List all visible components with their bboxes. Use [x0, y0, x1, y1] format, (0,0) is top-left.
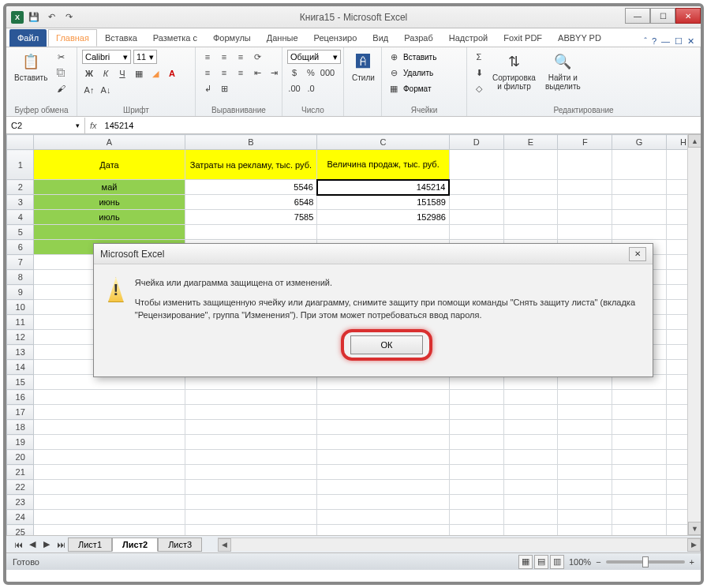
name-box[interactable]: C2▾ — [6, 118, 85, 133]
wrap-text-icon[interactable]: ↲ — [200, 81, 215, 96]
scroll-right-icon[interactable]: ▶ — [687, 538, 701, 552]
dec-decimal-icon[interactable]: .0 — [304, 81, 318, 96]
row-header[interactable]: 16 — [7, 390, 34, 405]
row-header[interactable]: 17 — [7, 405, 34, 420]
row-header[interactable]: 24 — [7, 510, 34, 525]
row-header[interactable]: 11 — [7, 315, 34, 330]
tab-nav-prev-icon[interactable]: ◀ — [25, 537, 39, 552]
zoom-out-icon[interactable]: − — [596, 557, 600, 567]
tab-layout[interactable]: Разметка с — [145, 29, 205, 47]
row-header[interactable]: 7 — [7, 255, 34, 270]
align-center-icon[interactable]: ≡ — [217, 66, 231, 80]
tab-abbyy[interactable]: ABBYY PD — [550, 29, 609, 47]
font-name[interactable]: Calibri▾ — [82, 50, 131, 64]
number-format[interactable]: Общий▾ — [287, 50, 341, 64]
row-header[interactable]: 6 — [7, 240, 34, 255]
indent-inc-icon[interactable]: ⇥ — [267, 66, 281, 80]
sheet-tab[interactable]: Лист1 — [68, 537, 112, 552]
tab-foxit[interactable]: Foxit PDF — [496, 29, 550, 47]
italic-icon[interactable]: К — [99, 66, 113, 81]
autosum-icon[interactable]: Σ — [472, 50, 486, 64]
cells-format[interactable]: ▦Формат — [387, 81, 436, 96]
row-header[interactable]: 8 — [7, 270, 34, 285]
cut-icon[interactable]: ✂ — [54, 50, 68, 64]
row-header[interactable]: 15 — [7, 375, 34, 390]
col-header[interactable]: C — [317, 135, 450, 150]
align-left-icon[interactable]: ≡ — [200, 66, 215, 80]
bold-icon[interactable]: Ж — [82, 66, 96, 81]
row-header[interactable]: 23 — [7, 495, 34, 510]
scroll-left-icon[interactable]: ◀ — [218, 538, 231, 552]
select-all-corner[interactable] — [7, 135, 34, 150]
row-header[interactable]: 22 — [7, 480, 34, 495]
align-bot-icon[interactable]: ≡ — [234, 50, 248, 64]
cells-delete[interactable]: ⊖Удалить — [387, 66, 436, 80]
row-header[interactable]: 21 — [7, 465, 34, 480]
row-header[interactable]: 12 — [7, 330, 34, 345]
grow-font-icon[interactable]: A↑ — [82, 83, 96, 97]
ok-button[interactable]: ОК — [350, 335, 423, 354]
cell[interactable]: 7585 — [185, 210, 317, 225]
align-right-icon[interactable]: ≡ — [234, 66, 248, 80]
fx-icon[interactable]: fx — [85, 121, 102, 130]
cell[interactable]: Затраты на рекламу, тыс. руб. — [185, 150, 317, 180]
row-header[interactable]: 1 — [7, 150, 34, 180]
font-color-icon[interactable]: A — [165, 66, 179, 81]
doc-min-icon[interactable]: — — [661, 36, 670, 47]
fill-color-icon[interactable]: ◢ — [148, 66, 163, 81]
inc-decimal-icon[interactable]: .00 — [287, 81, 301, 96]
format-painter-icon[interactable]: 🖌 — [54, 81, 68, 96]
row-header[interactable]: 25 — [7, 525, 34, 536]
cell[interactable]: 5546 — [185, 180, 317, 195]
row-header[interactable]: 9 — [7, 285, 34, 300]
tab-insert[interactable]: Вставка — [97, 29, 145, 47]
help-icon[interactable]: ? — [652, 36, 656, 47]
row-header[interactable]: 10 — [7, 300, 34, 315]
col-header[interactable]: B — [185, 135, 317, 150]
orientation-icon[interactable]: ⟳ — [250, 50, 264, 64]
align-top-icon[interactable]: ≡ — [200, 50, 215, 64]
dialog-close-button[interactable]: ✕ — [629, 247, 646, 261]
row-header[interactable]: 5 — [7, 225, 34, 240]
col-header[interactable]: F — [558, 135, 612, 150]
currency-icon[interactable]: $ — [287, 66, 301, 80]
sort-filter-button[interactable]: ⇅Сортировка и фильтр — [489, 50, 539, 92]
tab-review[interactable]: Рецензиро — [306, 29, 365, 47]
close-button[interactable]: ✕ — [675, 8, 701, 24]
cell[interactable]: Величина продаж, тыс. руб. — [317, 150, 450, 180]
view-normal-icon[interactable]: ▦ — [518, 555, 533, 569]
align-mid-icon[interactable]: ≡ — [217, 50, 231, 64]
styles-button[interactable]: 🅰Стили — [349, 50, 378, 84]
row-header[interactable]: 4 — [7, 210, 34, 225]
col-header[interactable]: E — [503, 135, 558, 150]
tab-developer[interactable]: Разраб — [396, 29, 441, 47]
save-icon[interactable]: 💾 — [27, 10, 41, 24]
doc-max-icon[interactable]: ☐ — [675, 36, 683, 47]
percent-icon[interactable]: % — [304, 66, 318, 80]
vertical-scrollbar[interactable]: ▲ ▼ — [687, 134, 701, 535]
tab-addins[interactable]: Надстрой — [441, 29, 496, 47]
cells-insert[interactable]: ⊕Вставить — [387, 50, 436, 64]
find-select-button[interactable]: 🔍Найти и выделить — [542, 50, 584, 92]
col-header[interactable]: G — [612, 135, 667, 150]
copy-icon[interactable]: ⿻ — [54, 66, 68, 80]
row-header[interactable]: 13 — [7, 345, 34, 360]
fill-icon[interactable]: ⬇ — [472, 66, 486, 80]
border-icon[interactable]: ▦ — [132, 66, 146, 81]
view-layout-icon[interactable]: ▤ — [534, 555, 548, 569]
cell[interactable]: 151589 — [317, 195, 450, 210]
view-break-icon[interactable]: ▥ — [550, 555, 564, 569]
row-header[interactable]: 19 — [7, 435, 34, 450]
row-header[interactable]: 2 — [7, 180, 34, 195]
redo-icon[interactable]: ↷ — [62, 10, 76, 24]
shrink-font-icon[interactable]: A↓ — [99, 83, 113, 97]
col-header[interactable]: D — [449, 135, 503, 150]
underline-icon[interactable]: Ч — [115, 66, 129, 81]
font-size[interactable]: 11▾ — [133, 50, 157, 64]
doc-close-icon[interactable]: ✕ — [687, 36, 694, 47]
row-header[interactable]: 3 — [7, 195, 34, 210]
zoom-level[interactable]: 100% — [569, 557, 591, 567]
sheet-tab[interactable]: Лист3 — [158, 537, 202, 552]
minimize-button[interactable]: — — [625, 8, 650, 24]
col-header[interactable]: A — [34, 135, 185, 150]
